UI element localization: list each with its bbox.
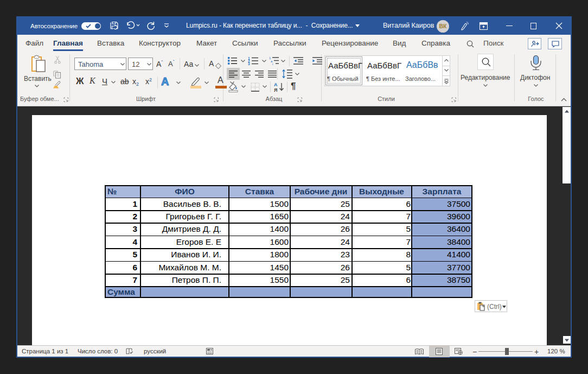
svg-text:i: i bbox=[272, 62, 273, 66]
svg-text:А: А bbox=[274, 82, 278, 87]
svg-text:3: 3 bbox=[248, 62, 250, 66]
svg-text:Я: Я bbox=[274, 87, 277, 93]
